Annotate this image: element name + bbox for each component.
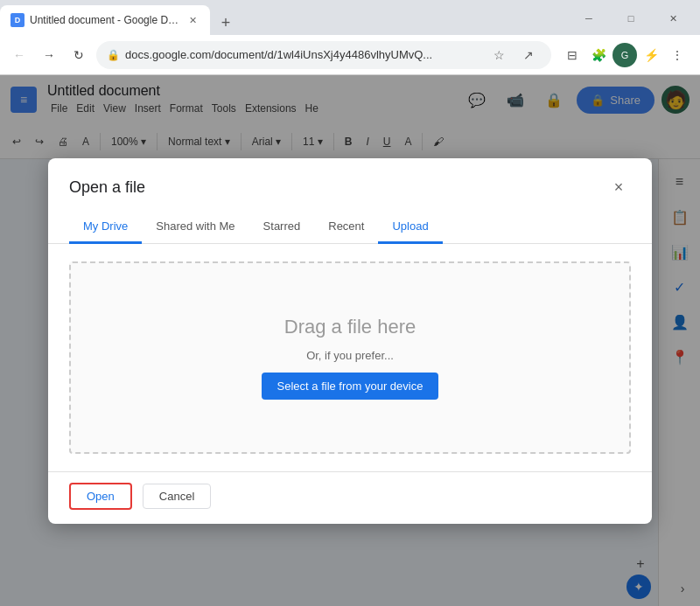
url-box[interactable]: 🔒 docs.google.com/document/d/1wl4iUnsXj4… bbox=[96, 41, 551, 69]
docs-main: ≡ Untitled document File Edit View Inser… bbox=[0, 75, 700, 606]
browser-toolbar: ⊟ 🧩 G ⚡ ⋮ bbox=[556, 43, 693, 67]
dialog-title: Open a file bbox=[69, 178, 145, 197]
docs-favicon-icon: D bbox=[15, 16, 21, 24]
cast-icon[interactable]: ⊟ bbox=[560, 43, 584, 67]
tab-shared-with-me[interactable]: Shared with Me bbox=[142, 211, 248, 244]
open-file-dialog: Open a file × My Drive Shared with Me St… bbox=[48, 158, 652, 524]
cancel-button[interactable]: Cancel bbox=[143, 484, 211, 509]
dialog-footer: Open Cancel bbox=[48, 471, 652, 524]
active-tab[interactable]: D Untitled document - Google Do... ✕ bbox=[0, 5, 210, 35]
tab-upload[interactable]: Upload bbox=[378, 211, 442, 244]
tab-my-drive[interactable]: My Drive bbox=[69, 211, 142, 244]
extensions-icon[interactable]: 🧩 bbox=[586, 43, 611, 67]
profile-icon[interactable]: G bbox=[612, 43, 637, 67]
lock-icon: 🔒 bbox=[107, 49, 120, 61]
dialog-overlay: Open a file × My Drive Shared with Me St… bbox=[0, 75, 700, 606]
tab-recent[interactable]: Recent bbox=[314, 211, 378, 244]
content-area: ≡ Untitled document File Edit View Inser… bbox=[0, 75, 700, 606]
back-button[interactable]: ← bbox=[7, 43, 32, 67]
tab-starred[interactable]: Starred bbox=[249, 211, 315, 244]
tab-close-button[interactable]: ✕ bbox=[186, 13, 200, 27]
share-page-icon[interactable]: ↗ bbox=[516, 43, 541, 67]
upload-drop-zone[interactable]: Drag a file here Or, if you prefer... Se… bbox=[69, 261, 631, 454]
address-bar: ← → ↻ 🔒 docs.google.com/document/d/1wl4i… bbox=[0, 35, 700, 75]
minimize-button[interactable]: ─ bbox=[569, 5, 609, 31]
dialog-header: Open a file × bbox=[48, 158, 652, 200]
open-button[interactable]: Open bbox=[69, 483, 132, 510]
tab-title: Untitled document - Google Do... bbox=[30, 14, 180, 26]
browser-frame: D Untitled document - Google Do... ✕ + ─… bbox=[0, 0, 700, 606]
profile-avatar: G bbox=[612, 43, 637, 67]
dialog-close-button[interactable]: × bbox=[606, 176, 631, 200]
dialog-tabs: My Drive Shared with Me Starred Recent U… bbox=[48, 211, 652, 244]
close-button[interactable]: ✕ bbox=[653, 5, 693, 31]
url-text: docs.google.com/document/d/1wl4iUnsXj4y4… bbox=[125, 48, 481, 61]
tab-bar: D Untitled document - Google Do... ✕ + ─… bbox=[0, 0, 700, 35]
reload-button[interactable]: ↻ bbox=[66, 43, 91, 67]
speed-dial-icon[interactable]: ⚡ bbox=[639, 43, 663, 67]
or-text: Or, if you prefer... bbox=[306, 349, 394, 362]
tab-favicon: D bbox=[10, 13, 24, 27]
drag-text: Drag a file here bbox=[284, 316, 416, 338]
select-file-button[interactable]: Select a file from your device bbox=[262, 373, 439, 400]
new-tab-button[interactable]: + bbox=[214, 10, 238, 35]
maximize-button[interactable]: □ bbox=[611, 5, 651, 31]
bookmark-icon[interactable]: ☆ bbox=[486, 43, 511, 67]
window-controls: ─ □ ✕ bbox=[569, 5, 700, 35]
forward-button[interactable]: → bbox=[37, 43, 61, 67]
menu-icon[interactable]: ⋮ bbox=[665, 43, 690, 67]
